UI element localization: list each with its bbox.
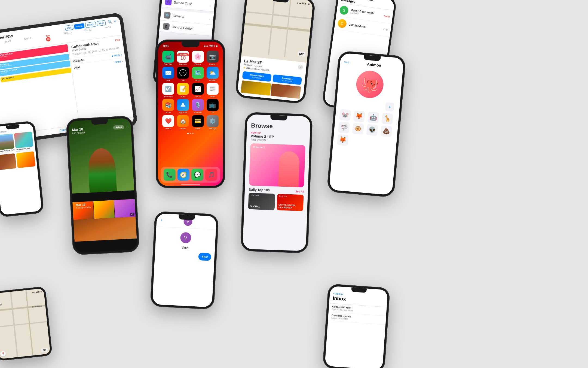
calendar-week-btn[interactable]: Week [74,23,85,29]
notes-icon: 📝 [177,83,189,95]
animoji-back[interactable]: 9:41 [344,61,349,64]
app-photos[interactable]: 🌸 Photos [191,51,204,65]
animoji-fox[interactable]: 🦊 [353,110,365,122]
calendar-add-icon[interactable]: ＋ [113,19,117,24]
page-dots [158,132,223,135]
app-home[interactable]: 🏠 Home [176,115,189,129]
dock-messages[interactable]: 💬 [191,169,203,181]
photo-count: +7 [130,213,134,216]
app-calendar[interactable]: Tuesday 10 Calendar [176,51,189,65]
calendar-app-label: Calendar [179,63,187,65]
maps-app-label: Maps [195,79,200,81]
app-mail[interactable]: ✉️ Mail [162,67,175,81]
app-camera[interactable]: 📷 Camera [206,51,219,65]
app-settings[interactable]: ⚙️ Settings [206,115,219,129]
person-bottom-section: Mar 19 Antelope Valley ··· +7 [72,199,137,242]
app-stocks[interactable]: 📈 Stocks [191,83,204,97]
map-road-h2 [244,23,310,32]
weather-app-label: Weather [209,79,216,81]
animoji-alien[interactable]: 👽 [366,124,378,136]
msg-avatar-2: C [337,19,347,28]
app-news[interactable]: 📰 News [206,83,219,97]
calendar-search-icon[interactable]: 🔍 [108,19,113,25]
animoji-poop[interactable]: 💩 [380,125,392,137]
animoji-mouse[interactable]: 🐭 [339,109,351,121]
screentime-icon: ⏱ [165,0,172,5]
dock-music-icon: 🎵 [205,169,217,181]
animoji-giraffe[interactable]: 🦒 [381,113,393,125]
dock-messages-icon: 💬 [191,169,203,181]
app-books[interactable]: 📚 Books [162,99,175,113]
reservations-btn[interactable]: Reservations OpenTable [242,71,271,82]
app-notes[interactable]: 📝 Notes [176,83,189,97]
calendar-year-btn[interactable]: Year [97,20,106,26]
ios-homescreen: 9:41 ●●● WiFi ■ 📹 FaceTime Tuesday 10 [158,42,223,186]
person-photo-2[interactable] [73,217,137,242]
phone-icon: 📞 [164,169,176,181]
map-close-btn[interactable]: ✕ [298,64,303,70]
more-btn[interactable]: ··· [125,125,128,129]
photo-3[interactable] [0,153,16,170]
yosemite-album[interactable]: Yosemite National Park Yesterday [0,134,15,154]
album-cover[interactable]: Volume 2 [249,143,305,188]
art-venues-album[interactable]: Art Venues to Visit Sunday [14,132,34,152]
select-btn[interactable]: Select [113,125,124,130]
msg-content-1: Meet CC for lunch Starbelly [350,8,384,19]
art-photo [14,132,33,149]
app-clock[interactable]: Clock [176,67,189,81]
app-appstore[interactable]: App Store [176,99,189,113]
dock-music[interactable]: 🎵 [205,169,217,181]
iphone-messages-device: ‹ V V Vash Yes! [150,211,219,310]
chart-global[interactable]: TOP 100 GLOBAL [248,193,275,210]
animoji-monkey[interactable]: 🐵 [352,123,364,135]
place-photo-2[interactable] [270,83,301,99]
animoji-robot[interactable]: 🤖 [367,111,379,123]
dot-2 [190,133,191,134]
map-road-h1 [246,11,311,19]
dock-phone[interactable]: 📞 [164,169,176,181]
app-podcasts[interactable]: 🎙️ Podcasts [191,99,204,113]
iphone-maps-device: 9:41 ●●●WiFi■ 68° La Mar SF Peruvian · 1… [235,0,316,104]
animoji-shark[interactable]: 🦈 [338,122,350,133]
health-icon: ❤️ [162,115,174,127]
location-btn[interactable]: 📍 [0,351,6,357]
app-tv[interactable]: 📺 TV [206,99,219,113]
messages-back-icon[interactable]: ‹ [161,218,162,222]
chart-usa[interactable]: TOP 100 UNITED STATESOF AMERICA [277,194,304,211]
facetime-label: FaceTime [164,63,173,65]
dock-safari[interactable]: 🧭 [177,169,189,181]
small-map-status: 9:41 ●●● WiFi ■ [0,290,44,299]
calendar-month-btn[interactable]: Month [85,22,96,28]
app-health[interactable]: ❤️ Health [162,115,175,129]
dot-3 [192,133,194,134]
msg-time-2: 1 PM [383,28,388,31]
dock: 📞 🧭 💬 🎵 [161,167,220,183]
screentime-chevron: › [210,4,211,7]
thumb-2[interactable] [93,200,115,219]
photo-4[interactable] [16,151,35,168]
notes-app-label: Notes [180,95,185,97]
calendar-day-btn[interactable]: Day [65,25,74,31]
app-maps[interactable]: 🗺️ Maps [191,67,204,81]
books-icon: 📚 [162,99,174,111]
featured-octopus[interactable]: 🐙 [355,70,385,99]
messages-contact-name: Vash [182,246,189,249]
app-facetime[interactable]: 📹 FaceTime [162,51,175,65]
animoji-fox2[interactable]: 🦊 [337,134,349,146]
app-reminders[interactable]: ☑️ Reminders [162,83,175,97]
yosemite-waterfall [0,135,13,142]
place-photo-1[interactable] [241,80,271,96]
person-silhouette-main [87,148,117,193]
add-animoji-btn[interactable]: ＋ [385,102,394,112]
thumb-3[interactable]: +7 [114,199,136,218]
la-label: Los Angeles [72,131,86,135]
edit-button[interactable]: Edit [115,38,120,42]
directions-btn[interactable]: Directions 10 min drive [272,74,302,85]
app-wallet[interactable]: 💳 Wallet [191,115,204,129]
settings-list: ⏱ Screen Time › ⚙️ General › 🎛 Control C… [159,0,216,36]
see-all-link[interactable]: See All [295,190,304,193]
map-label-antioch: Antioch [0,304,2,306]
music-charts-grid: TOP 100 GLOBAL TOP 100 UNITED STATESOF A… [244,193,308,211]
photos-albums: Yosemite National Park Yesterday Art Ven… [0,131,37,170]
app-weather[interactable]: ⛅ Weather [206,67,219,81]
